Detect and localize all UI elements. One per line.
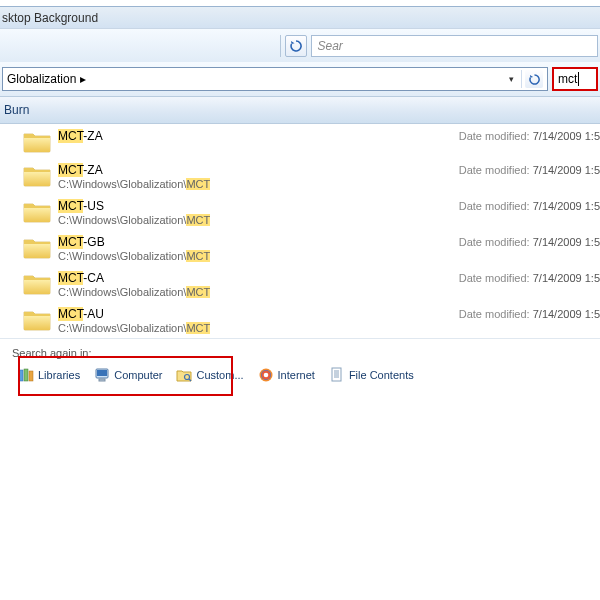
address-text: Globalization ▸	[7, 72, 509, 86]
result-name: MCT-ZA	[58, 163, 210, 177]
result-date: Date modified: 7/14/2009 1:5	[459, 130, 600, 142]
libraries-icon	[18, 367, 34, 383]
folder-icon	[22, 306, 52, 332]
refresh-icon	[290, 40, 302, 52]
search-again-custom[interactable]: Custom...	[170, 365, 249, 385]
text-caret	[578, 72, 579, 86]
nav-toolbar: Sear	[0, 28, 600, 62]
svg-point-11	[263, 373, 268, 378]
svg-rect-4	[97, 370, 107, 376]
search-again-computer[interactable]: Computer	[88, 365, 168, 385]
result-date: Date modified: 7/14/2009 1:5	[459, 272, 600, 284]
folder-search-icon	[176, 367, 192, 383]
computer-icon	[94, 367, 110, 383]
search-result[interactable]: MCT-CAC:\Windows\Globalization\MCTDate m…	[0, 266, 600, 302]
address-row: Globalization ▸ ▾ mct	[0, 62, 600, 96]
search-result[interactable]: MCT-ZAC:\Windows\Globalization\MCTDate m…	[0, 158, 600, 194]
address-bar[interactable]: Globalization ▸ ▾	[2, 67, 548, 91]
results-pane: MCT-ZADate modified: 7/14/2009 1:5MCT-ZA…	[0, 124, 600, 600]
result-path: C:\Windows\Globalization\MCT	[58, 178, 210, 190]
window-title: sktop Background	[2, 11, 98, 25]
folder-icon	[22, 198, 52, 224]
address-dropdown-icon[interactable]: ▾	[509, 74, 514, 84]
result-path: C:\Windows\Globalization\MCT	[58, 214, 210, 226]
folder-icon	[22, 270, 52, 296]
result-name: MCT-CA	[58, 271, 210, 285]
search-result[interactable]: MCT-ZADate modified: 7/14/2009 1:5	[0, 124, 600, 158]
window-titlebar: sktop Background	[0, 6, 600, 28]
internet-icon	[258, 367, 274, 383]
folder-icon	[22, 162, 52, 188]
burn-button[interactable]: Burn	[4, 103, 29, 117]
result-path: C:\Windows\Globalization\MCT	[58, 322, 210, 334]
command-bar: Burn	[0, 96, 600, 124]
result-path: C:\Windows\Globalization\MCT	[58, 250, 210, 262]
result-date: Date modified: 7/14/2009 1:5	[459, 308, 600, 320]
result-name: MCT-AU	[58, 307, 210, 321]
search-result[interactable]: MCT-USC:\Windows\Globalization\MCTDate m…	[0, 194, 600, 230]
search-again-label: Search again in:	[12, 347, 588, 359]
svg-rect-5	[99, 379, 105, 381]
folder-icon	[22, 128, 52, 154]
file-contents-icon	[329, 367, 345, 383]
search-again-internet[interactable]: Internet	[252, 365, 321, 385]
search-again-footer: Search again in: Libraries Computer	[0, 338, 600, 401]
refresh-button[interactable]	[285, 35, 307, 57]
result-name: MCT-GB	[58, 235, 210, 249]
address-refresh-button[interactable]	[525, 70, 543, 88]
result-name: MCT-US	[58, 199, 210, 213]
search-again-file-contents[interactable]: File Contents	[323, 365, 420, 385]
top-search-placeholder: Sear	[318, 39, 343, 53]
svg-rect-0	[19, 370, 23, 381]
result-date: Date modified: 7/14/2009 1:5	[459, 200, 600, 212]
result-path: C:\Windows\Globalization\MCT	[58, 286, 210, 298]
search-result[interactable]: MCT-GBC:\Windows\Globalization\MCTDate m…	[0, 230, 600, 266]
search-result[interactable]: MCT-AUC:\Windows\Globalization\MCTDate m…	[0, 302, 600, 338]
refresh-icon	[529, 74, 540, 85]
folder-icon	[22, 234, 52, 260]
result-name: MCT-ZA	[58, 129, 103, 143]
search-again-libraries[interactable]: Libraries	[12, 365, 86, 385]
result-date: Date modified: 7/14/2009 1:5	[459, 236, 600, 248]
svg-rect-1	[24, 369, 28, 381]
top-search-input[interactable]: Sear	[311, 35, 599, 57]
search-value: mct	[558, 72, 577, 86]
svg-rect-2	[29, 371, 33, 381]
result-date: Date modified: 7/14/2009 1:5	[459, 164, 600, 176]
search-input[interactable]: mct	[552, 67, 598, 91]
